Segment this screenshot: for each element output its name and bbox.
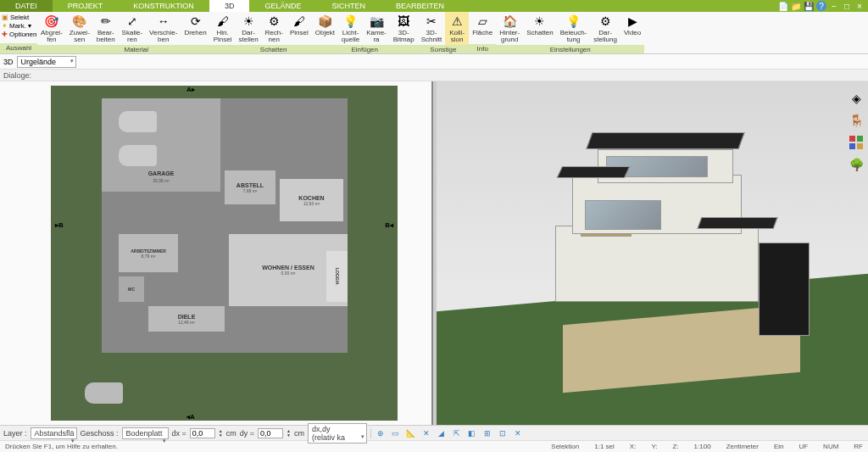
group-sonstige: Sonstige xyxy=(418,45,469,53)
menu-sichten[interactable]: SICHTEN xyxy=(316,0,381,12)
ribbon-icon: ✂ xyxy=(424,14,439,29)
layer-label: Layer : xyxy=(3,429,27,438)
ribbon-kolli-sion[interactable]: ⚠Kolli- sion xyxy=(445,12,469,45)
section-b-left: ▸B xyxy=(55,221,64,229)
ribbon-icon: 🖌 xyxy=(292,14,307,29)
ribbon-icon: ↔ xyxy=(156,14,171,29)
ribbon-kame-ra[interactable]: 📷Kame- ra xyxy=(363,12,390,45)
svg-rect-0 xyxy=(849,136,855,142)
minimize-icon[interactable]: − xyxy=(829,1,839,11)
tool-icon-2[interactable]: 📁 xyxy=(791,1,801,11)
bottom-bar: Layer : Abstandsflä Geschoss : Bodenplat… xyxy=(0,425,868,440)
3d-pane[interactable]: ◈ 🪑 🌳 xyxy=(437,81,868,425)
ribbon-3d-bitmap[interactable]: 🖼3D- Bitmap xyxy=(390,12,418,45)
room-abstell: ABSTELL xyxy=(236,182,264,188)
ribbon-drehen[interactable]: ⟳Drehen xyxy=(181,12,209,45)
menu-bearbeiten[interactable]: BEARBEITEN xyxy=(381,0,459,12)
ribbon-icon: ▱ xyxy=(475,14,490,29)
layer-dropdown[interactable]: Abstandsflä xyxy=(31,427,77,439)
ribbon-icon: ⚠ xyxy=(449,14,465,29)
group-schatten: Schatten xyxy=(235,45,311,53)
snap-icon-8[interactable]: ⊞ xyxy=(481,427,493,439)
maximize-icon[interactable]: □ xyxy=(842,1,852,11)
snap-icon-9[interactable]: ⊡ xyxy=(497,427,509,439)
ribbon-dar-stellen[interactable]: ☀Dar- stellen xyxy=(235,12,261,45)
status-selektion: Selektion xyxy=(551,443,579,450)
status-scale: 1:1 sel xyxy=(594,443,615,450)
menu-gelaende[interactable]: GELÄNDE xyxy=(249,0,316,12)
status-zoom: 1:100 xyxy=(694,443,711,450)
ribbon-verschie-ben[interactable]: ↔Verschie- ben xyxy=(146,12,181,45)
ribbon-dar-stellung[interactable]: ⚙Dar- stellung xyxy=(590,12,620,45)
menu-konstruktion[interactable]: KONSTRUKTION xyxy=(118,0,209,12)
close-icon[interactable]: × xyxy=(854,1,865,11)
mark-button[interactable]: ✦Mark.▾ xyxy=(2,22,36,30)
ribbon-zuwei-sen[interactable]: 🎨Zuwei- sen xyxy=(66,12,93,45)
menu-3d[interactable]: 3D xyxy=(209,0,250,12)
menu-datei[interactable]: DATEI xyxy=(0,0,53,12)
ribbon-objekt[interactable]: 📦Objekt xyxy=(312,12,338,45)
tool-icon-3[interactable]: 💾 xyxy=(804,1,814,11)
room-wohnen: WOHNEN / ESSEN xyxy=(262,265,314,271)
ribbon-video[interactable]: ▶Video xyxy=(620,12,644,45)
ribbon-icon: 💡 xyxy=(566,14,581,29)
group-auswahl: Auswahl xyxy=(0,43,37,53)
svg-rect-2 xyxy=(849,143,855,149)
ribbon-bear-beiten[interactable]: ✏Bear- beiten xyxy=(93,12,119,45)
status-num: NUM xyxy=(823,443,838,450)
status-x: X: xyxy=(630,443,637,450)
status-bar: Drücken Sie F1, um Hilfe zu erhalten. Se… xyxy=(0,440,868,452)
status-uf: UF xyxy=(798,443,808,450)
menu-projekt[interactable]: PROJEKT xyxy=(53,0,119,12)
ribbon-beleuch-tung[interactable]: 💡Beleuch- tung xyxy=(557,12,591,45)
ribbon-icon: ▶ xyxy=(625,14,640,29)
tree-icon[interactable]: 🌳 xyxy=(848,156,865,173)
ribbon-pinsel[interactable]: 🖌Pinsel xyxy=(287,12,312,45)
snap-icon-7[interactable]: ◧ xyxy=(466,427,478,439)
ribbon-skalie-ren[interactable]: ⤢Skalie- ren xyxy=(119,12,146,45)
snap-icon-1[interactable]: ⊕ xyxy=(375,427,387,439)
ribbon-icon: ☀ xyxy=(241,14,256,29)
selekt-button[interactable]: ▣Selekt xyxy=(2,14,36,21)
furniture-icon[interactable]: 🪑 xyxy=(848,112,865,129)
ribbon-schatten[interactable]: ☀Schatten xyxy=(523,12,557,45)
room-kochen: KOCHEN xyxy=(298,195,324,201)
snap-icon-4[interactable]: ✕ xyxy=(420,427,432,439)
ribbon-icon: ⚙ xyxy=(266,14,281,29)
help-icon[interactable]: ? xyxy=(816,1,826,11)
tool-icon-1[interactable]: 📄 xyxy=(778,1,788,11)
ribbon-3d-schnitt[interactable]: ✂3D- Schnitt xyxy=(418,12,445,45)
geschoss-dropdown[interactable]: Bodenplatt xyxy=(122,427,169,439)
room-garage: GARAGE xyxy=(148,170,175,176)
ribbon-licht-quelle[interactable]: 💡Licht- quelle xyxy=(338,12,363,45)
ribbon-fläche[interactable]: ▱Fläche xyxy=(469,12,496,44)
floorplan-pane[interactable]: GARAGE 35,38 m² ABSTELL 7,68 m² KOCHEN 1… xyxy=(0,81,433,425)
mode-dropdown[interactable]: dx,dy (relativ ka xyxy=(308,423,367,444)
status-y: Y: xyxy=(651,443,657,450)
ribbon-icon: ⟳ xyxy=(188,14,203,29)
ribbon-icon: 🎨 xyxy=(72,14,87,29)
ribbon-hinter-grund[interactable]: 🏠Hinter- grund xyxy=(496,12,523,45)
ribbon-icon: 📦 xyxy=(317,14,332,29)
terrain-dropdown[interactable]: Urgelände xyxy=(17,56,76,68)
ribbon-icon: 🖌 xyxy=(215,14,231,29)
dx-input[interactable] xyxy=(190,428,215,438)
snap-icon-5[interactable]: ◢ xyxy=(436,427,448,439)
status-ein: Ein xyxy=(774,443,784,450)
materials-icon[interactable] xyxy=(848,134,865,151)
ribbon-icon: ⚙ xyxy=(598,14,613,29)
layers-icon[interactable]: ◈ xyxy=(848,90,865,107)
snap-icon-6[interactable]: ⇱ xyxy=(451,427,463,439)
ribbon-rech-nen[interactable]: ⚙Rech- nen xyxy=(262,12,287,45)
ribbon-hin.-pinsel[interactable]: 🖌Hin. Pinsel xyxy=(210,12,236,45)
snap-icon-10[interactable]: ✕ xyxy=(512,427,524,439)
snap-icon-3[interactable]: 📐 xyxy=(405,427,417,439)
menu-bar: DATEI PROJEKT KONSTRUKTION 3D GELÄNDE SI… xyxy=(0,0,868,12)
dx-label: dx = xyxy=(172,429,186,438)
dy-input[interactable] xyxy=(258,428,283,438)
status-help: Drücken Sie F1, um Hilfe zu erhalten. xyxy=(5,443,118,450)
snap-icon-2[interactable]: ▭ xyxy=(390,427,402,439)
group-einstellungen: Einstellungen xyxy=(496,45,644,53)
ribbon-abgrei-fen[interactable]: 🎯Abgrei- fen xyxy=(37,12,66,45)
optionen-button[interactable]: ✚Optionen xyxy=(2,31,36,38)
